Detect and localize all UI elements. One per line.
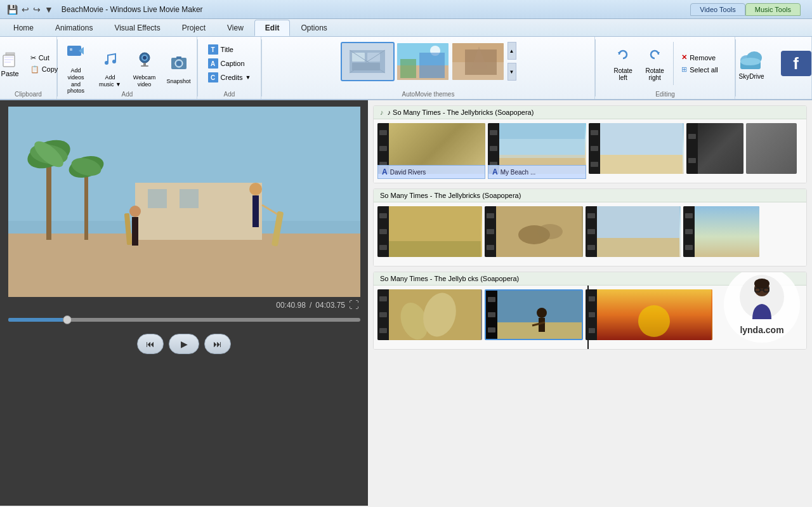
film-hole (487, 229, 494, 234)
redo-icon[interactable]: ↪ (31, 3, 43, 16)
remove-button[interactable]: ✕ Remove (678, 52, 722, 63)
credits-button[interactable]: C Credits ▼ (204, 71, 255, 84)
paste-button[interactable]: Paste (0, 47, 25, 80)
add-videos-button[interactable]: Add videosand photos (60, 39, 93, 97)
film-hole (587, 245, 595, 250)
rotate-left-button[interactable]: Rotateleft (608, 43, 638, 84)
tab-options[interactable]: Options (290, 20, 337, 36)
credits-dropdown[interactable]: ▼ (245, 74, 251, 81)
section-header-2: So Many Times - The Jellybricks (Soapope… (374, 189, 806, 202)
svg-rect-46 (46, 157, 51, 240)
skydrive-label: SkyDrive (738, 73, 764, 80)
skydrive-button[interactable]: SkyDrive (731, 44, 772, 82)
credits-icon: C (208, 72, 218, 82)
clip-thumb-1-5[interactable] (746, 123, 797, 174)
clip-thumb-3-1[interactable] (377, 289, 482, 340)
seek-track[interactable] (8, 318, 360, 322)
section-header-1: ♪ ♪ So Many Times - The Jellybricks (Soa… (374, 106, 806, 119)
title-button[interactable]: T Title (204, 43, 255, 56)
svg-point-57 (129, 206, 141, 217)
film-strip-5 (377, 206, 389, 257)
editing-label: Editing (596, 91, 735, 98)
clip-thumb-3-2[interactable] (485, 289, 583, 340)
clip-3-3 (586, 289, 712, 345)
themes-scroll: ▲ ▼ (508, 42, 516, 81)
clip-content-3 (600, 123, 684, 174)
add-music-button[interactable]: Addmusic ▼ (94, 46, 127, 91)
themes-scroll-down[interactable]: ▼ (508, 63, 516, 81)
rotate-right-icon (646, 46, 664, 67)
playback-controls: ⏮ ▶ ⏭ (137, 334, 231, 354)
next-button[interactable]: ⏭ (204, 334, 231, 354)
theme-none[interactable] (341, 42, 395, 81)
quick-access-dropdown[interactable]: ▼ (43, 3, 55, 16)
edit-sep (673, 42, 674, 85)
seek-bar[interactable] (8, 315, 360, 325)
section-label-3: So Many Times - The Jellyb cks (Soapoper… (380, 275, 519, 282)
tab-edit[interactable]: Edit (254, 20, 291, 36)
caption-button[interactable]: A Caption (204, 57, 255, 70)
select-all-button[interactable]: ⊞ Select all (678, 64, 722, 75)
prev-button[interactable]: ⏮ (137, 334, 164, 354)
play-button[interactable]: ▶ (169, 334, 199, 354)
film-hole (591, 146, 598, 151)
facebook-button[interactable]: f (776, 44, 813, 82)
total-time: 04:03.75 (315, 301, 345, 310)
clip-thumb-2-1[interactable] (377, 206, 482, 257)
film-hole (685, 213, 693, 218)
clip-thumb-3-3[interactable] (586, 289, 712, 340)
film-hole (379, 328, 387, 333)
clip-thumb-1-4[interactable] (686, 123, 743, 174)
save-icon[interactable]: 💾 (5, 3, 20, 16)
expand-icon[interactable]: ⛶ (349, 300, 359, 311)
film-hole (488, 312, 495, 317)
film-hole (379, 229, 387, 234)
snapshot-button[interactable]: Snapshot (162, 50, 195, 87)
remove-select-group: ✕ Remove ⊞ Select all (678, 52, 722, 75)
svg-point-69 (537, 224, 563, 239)
webcam-button[interactable]: Webcamvideo (128, 46, 161, 91)
music-tools-tab[interactable]: Music Tools (745, 3, 801, 16)
svg-rect-62 (499, 139, 585, 158)
video-tools-tab[interactable]: Video Tools (690, 3, 745, 16)
section-label-2: So Many Times - The Jellybricks (Soapope… (380, 192, 521, 199)
clip-content-4 (698, 123, 743, 174)
webcam-label: Webcamvideo (133, 74, 155, 88)
ribbon-tabs: Home Animations Visual Effects Project V… (0, 19, 812, 37)
themes-scroll-up[interactable]: ▲ (508, 42, 516, 60)
cut-button[interactable]: ✂ Cut (27, 53, 62, 63)
rotate-right-button[interactable]: Rotateright (640, 43, 669, 84)
add-music-label: Addmusic ▼ (99, 74, 121, 88)
svg-point-77 (537, 308, 547, 318)
undo-icon[interactable]: ↩ (20, 3, 31, 16)
timeline-section-3: So Many Times - The Jellyb cks (Soapoper… (373, 272, 807, 350)
next-icon: ⏭ (213, 339, 222, 349)
clip-thumb-2-2[interactable] (485, 206, 583, 257)
tab-animations[interactable]: Animations (44, 20, 103, 36)
timeline-panel: ♪ ♪ So Many Times - The Jellybricks (Soa… (368, 100, 812, 506)
copy-button[interactable]: 📋 Copy (27, 64, 62, 75)
film-hole (587, 213, 595, 218)
tab-home[interactable]: Home (3, 20, 44, 36)
svg-rect-14 (141, 65, 148, 67)
snapshot-label: Snapshot (166, 78, 190, 84)
snapshot-icon (169, 53, 189, 77)
lynda-label: lynda.com (740, 325, 783, 335)
copy-label: Copy (42, 65, 58, 73)
tab-visual-effects[interactable]: Visual Effects (103, 20, 171, 36)
theme-desert[interactable] (451, 42, 505, 81)
timeline-section-1: ♪ ♪ So Many Times - The Jellybricks (Soa… (373, 105, 807, 183)
seek-thumb[interactable] (63, 315, 72, 324)
clip-1-5 (746, 123, 797, 179)
clip-thumb-2-4[interactable] (683, 206, 759, 257)
clip-thumb-1-3[interactable] (589, 123, 684, 174)
svg-rect-58 (132, 217, 138, 246)
svg-rect-78 (539, 318, 545, 332)
add-videos-icon (66, 42, 86, 66)
theme-blue-sky[interactable] (396, 42, 450, 81)
paste-icon (0, 49, 20, 70)
tab-project[interactable]: Project (171, 20, 216, 36)
clip-content-10 (497, 291, 582, 339)
clip-thumb-2-3[interactable] (586, 206, 681, 257)
tab-view[interactable]: View (216, 20, 254, 36)
